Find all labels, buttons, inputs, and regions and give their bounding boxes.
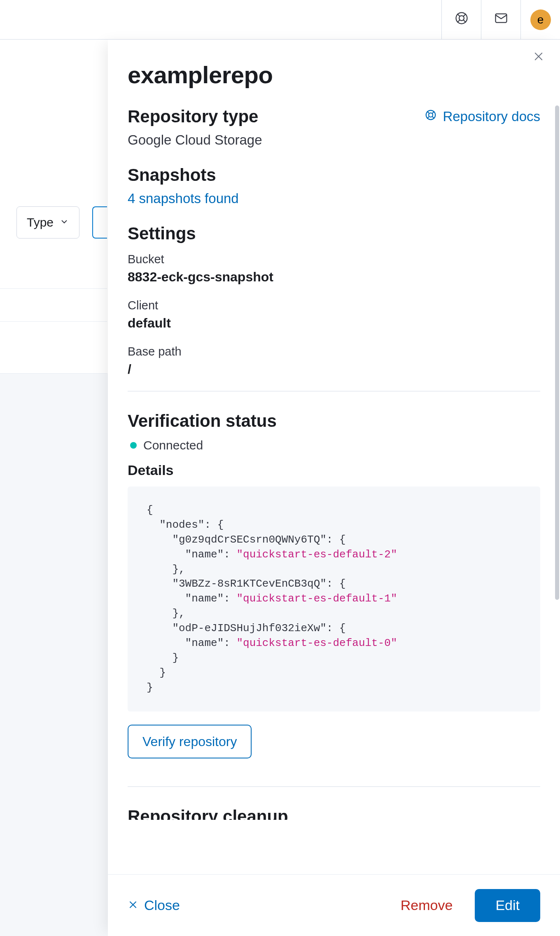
basepath-label: Base path [128,345,540,358]
footer-close-label: Close [144,897,180,913]
chevron-down-icon [59,215,69,229]
verify-repository-button[interactable]: Verify repository [128,725,252,758]
settings-heading: Settings [128,224,540,243]
inbox-button[interactable] [481,0,520,40]
details-heading: Details [128,462,540,478]
svg-line-5 [463,20,466,23]
status-dot-icon [130,442,137,449]
bg-divider [0,321,107,322]
status-text: Connected [143,438,203,452]
verification-heading: Verification status [128,411,540,431]
mail-icon [494,11,509,28]
svg-line-3 [463,14,466,16]
svg-line-4 [457,20,460,23]
svg-point-1 [459,16,464,21]
divider [128,391,540,391]
bucket-value: 8832-eck-gcs-snapshot [128,269,540,285]
repository-type-value: Google Cloud Storage [128,132,540,148]
repository-docs-label: Repository docs [443,109,540,124]
flyout-footer: Close Remove Edit [108,874,560,936]
lifebuoy-icon [425,109,437,124]
footer-remove-button[interactable]: Remove [401,897,453,913]
footer-edit-button[interactable]: Edit [475,889,540,922]
adjacent-filter-edge [92,206,107,239]
close-icon [128,897,138,913]
client-value: default [128,316,540,331]
bg-divider [0,288,107,289]
repository-cleanup-heading: Repository cleanup [128,807,540,820]
repository-type-heading: Repository type [128,107,258,126]
help-button[interactable] [441,0,481,40]
lifebuoy-icon [454,11,469,28]
avatar: e [530,9,551,30]
footer-close-button[interactable]: Close [128,897,180,913]
bg-divider [0,373,107,374]
svg-point-10 [429,113,433,117]
type-filter-label: Type [27,215,54,229]
svg-line-2 [457,14,460,16]
user-menu-button[interactable]: e [520,0,560,40]
flyout-title: examplerepo [128,61,540,89]
repository-flyout: examplerepo Repository type Repository d… [108,40,560,936]
snapshots-found-link[interactable]: 4 snapshots found [128,191,540,206]
bucket-label: Bucket [128,253,540,266]
divider [128,786,540,787]
client-label: Client [128,299,540,312]
verification-details-code: { "nodes": { "g0z9qdCrSECsrn0QWNy6TQ": {… [128,487,540,711]
basepath-value: / [128,362,540,377]
repository-docs-link[interactable]: Repository docs [425,109,540,124]
snapshots-heading: Snapshots [128,165,540,185]
verification-status: Connected [128,438,540,452]
top-header: e [0,0,560,40]
type-filter[interactable]: Type [16,206,79,239]
svg-rect-6 [495,14,506,23]
